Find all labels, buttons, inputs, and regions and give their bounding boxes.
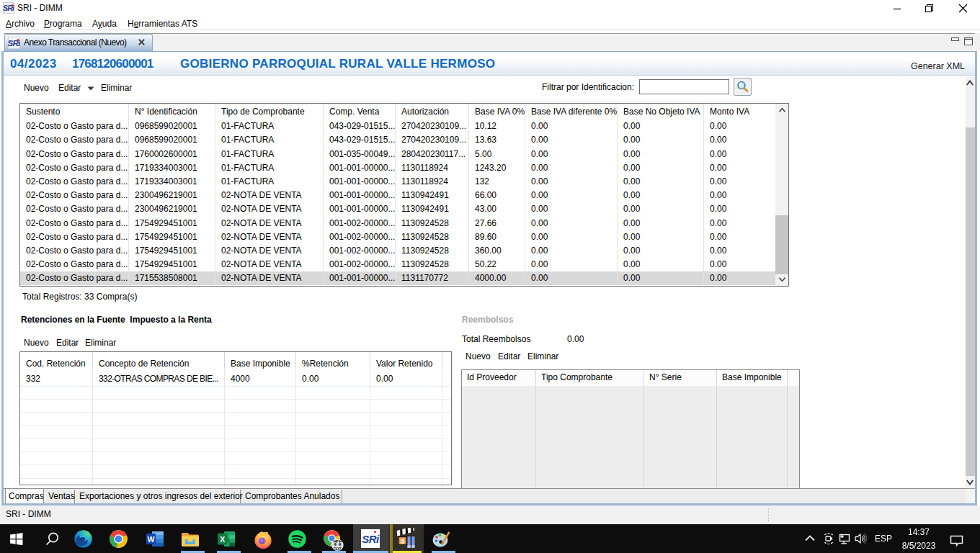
svg-text:3: 3 (401, 538, 404, 545)
svg-text:W: W (148, 535, 155, 544)
svg-text:X: X (220, 535, 225, 544)
